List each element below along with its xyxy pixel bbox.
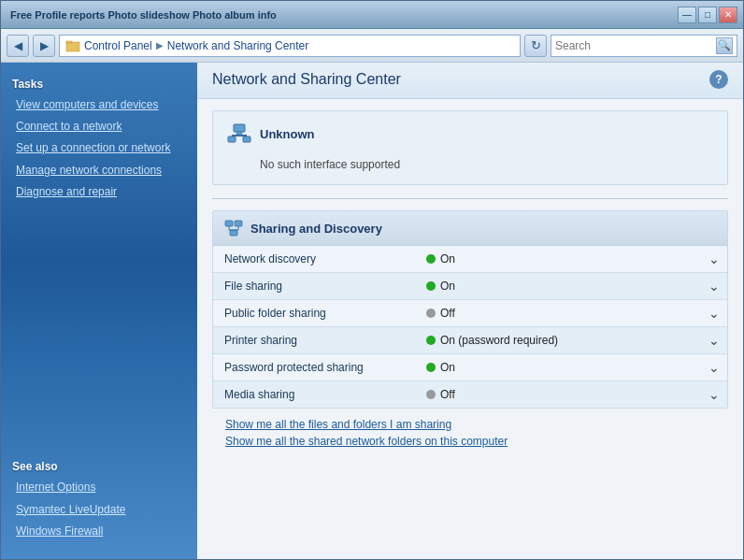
unknown-title: Unknown <box>260 127 315 141</box>
content-body: Unknown No such interface supported <box>197 99 743 467</box>
title-bar: Free Profile reports Photo slideshow Pho… <box>1 1 743 29</box>
help-button[interactable]: ? <box>709 70 728 89</box>
sidebar-item-manage-connections[interactable]: Manage network connections <box>1 160 197 181</box>
row-status-public-folder: Off <box>419 300 701 326</box>
window-controls: — □ ✕ <box>678 7 737 23</box>
unknown-section: Unknown No such interface supported <box>212 110 728 185</box>
row-label-network-discovery: Network discovery <box>213 246 419 272</box>
row-status-file-sharing: On <box>419 273 701 299</box>
expand-password-sharing[interactable]: ⌄ <box>701 354 727 381</box>
svg-rect-2 <box>234 124 245 132</box>
breadcrumb-network-sharing[interactable]: Network and Sharing Center <box>167 39 308 52</box>
sidebar: Tasks View computers and devices Connect… <box>1 63 197 559</box>
back-button[interactable]: ◀ <box>7 35 29 57</box>
links-section: Show me all the files and folders I am s… <box>212 409 728 455</box>
table-row: Network discovery On ⌄ <box>213 246 727 273</box>
expand-media-sharing[interactable]: ⌄ <box>701 381 727 408</box>
sidebar-see-also: See also Internet Options Symantec LiveU… <box>1 454 197 550</box>
section-divider <box>212 198 728 199</box>
svg-rect-1 <box>66 41 72 43</box>
breadcrumb-control-panel[interactable]: Control Panel <box>84 39 152 52</box>
svg-rect-5 <box>228 136 236 142</box>
status-dot-green <box>426 363 436 372</box>
status-text: On <box>440 361 455 374</box>
link-show-files[interactable]: Show me all the files and folders I am s… <box>225 418 715 431</box>
row-label-file-sharing: File sharing <box>213 273 419 299</box>
row-status-printer-sharing: On (password required) <box>419 327 701 353</box>
table-row: Media sharing Off ⌄ <box>213 381 727 408</box>
content-header: Network and Sharing Center ? <box>197 63 743 99</box>
svg-rect-6 <box>243 136 250 142</box>
link-show-folders[interactable]: Show me all the shared network folders o… <box>225 435 715 448</box>
title-bar-label: Free Profile reports Photo slideshow Pho… <box>10 9 277 21</box>
status-dot-gray <box>426 309 436 318</box>
address-bar: ◀ ▶ Control Panel ▶ Network and Sharing … <box>1 29 743 63</box>
row-label-public-folder: Public folder sharing <box>213 300 419 326</box>
row-label-printer-sharing: Printer sharing <box>213 327 419 353</box>
row-status-network-discovery: On <box>419 246 701 272</box>
forward-button[interactable]: ▶ <box>33 35 55 57</box>
svg-rect-3 <box>236 132 242 135</box>
svg-rect-7 <box>225 221 233 226</box>
main-content: Tasks View computers and devices Connect… <box>1 63 743 559</box>
row-label-media-sharing: Media sharing <box>213 381 419 408</box>
breadcrumb-separator-1: ▶ <box>156 40 164 50</box>
minimize-button[interactable]: — <box>678 7 696 23</box>
breadcrumb-bar: Control Panel ▶ Network and Sharing Cent… <box>59 35 521 57</box>
table-row: Public folder sharing Off ⌄ <box>213 300 727 327</box>
maximize-button[interactable]: □ <box>698 7 717 23</box>
page-title: Network and Sharing Center <box>212 71 401 88</box>
sidebar-tasks-title: Tasks <box>1 72 197 94</box>
sidebar-item-firewall[interactable]: Windows Firewall <box>1 521 197 542</box>
content-area: Network and Sharing Center ? <box>197 63 743 559</box>
refresh-button[interactable]: ↻ <box>524 35 547 57</box>
sharing-table: Network discovery On ⌄ File sharing <box>213 246 727 408</box>
sidebar-item-diagnose[interactable]: Diagnose and repair <box>1 181 197 203</box>
search-input[interactable] <box>555 39 716 52</box>
status-dot-green <box>426 254 436 264</box>
expand-network-discovery[interactable]: ⌄ <box>701 246 727 272</box>
sharing-header: Sharing and Discovery <box>213 211 727 246</box>
row-label-password-sharing: Password protected sharing <box>213 354 419 381</box>
sharing-icon <box>224 219 243 237</box>
expand-printer-sharing[interactable]: ⌄ <box>701 327 727 353</box>
table-row: File sharing On ⌄ <box>213 273 727 300</box>
status-text: Off <box>440 388 455 401</box>
sidebar-item-symantec[interactable]: Symantec LiveUpdate <box>1 499 197 521</box>
folder-icon <box>65 38 80 53</box>
status-text: On (password required) <box>440 334 558 347</box>
svg-rect-9 <box>230 230 237 236</box>
sidebar-item-setup-connection[interactable]: Set up a connection or network <box>1 137 197 159</box>
svg-rect-0 <box>66 42 79 51</box>
main-window: Free Profile reports Photo slideshow Pho… <box>0 0 744 560</box>
svg-rect-8 <box>235 221 242 226</box>
sidebar-item-internet-options[interactable]: Internet Options <box>1 477 197 498</box>
no-interface-text: No such interface supported <box>226 154 714 175</box>
table-row: Password protected sharing On ⌄ <box>213 354 727 381</box>
status-text: On <box>440 280 455 293</box>
network-icon <box>226 121 252 147</box>
status-dot-green <box>426 281 436 291</box>
sharing-section: Sharing and Discovery Network discovery … <box>212 210 728 409</box>
status-text: On <box>440 252 455 266</box>
table-row: Printer sharing On (password required) ⌄ <box>213 327 727 354</box>
search-bar: 🔍 <box>551 35 737 57</box>
sidebar-item-connect-network[interactable]: Connect to a network <box>1 116 197 137</box>
unknown-header: Unknown <box>226 121 714 147</box>
close-button[interactable]: ✕ <box>719 7 737 23</box>
status-dot-gray <box>426 390 436 399</box>
row-status-media-sharing: Off <box>419 381 701 408</box>
status-text: Off <box>440 307 455 320</box>
row-status-password-sharing: On <box>419 354 701 381</box>
sharing-title: Sharing and Discovery <box>250 222 382 236</box>
search-button[interactable]: 🔍 <box>716 37 733 54</box>
status-dot-green <box>426 336 436 345</box>
sidebar-item-view-computers[interactable]: View computers and devices <box>1 94 197 116</box>
expand-public-folder[interactable]: ⌄ <box>701 300 727 326</box>
expand-file-sharing[interactable]: ⌄ <box>701 273 727 299</box>
sidebar-see-also-title: See also <box>1 454 197 477</box>
